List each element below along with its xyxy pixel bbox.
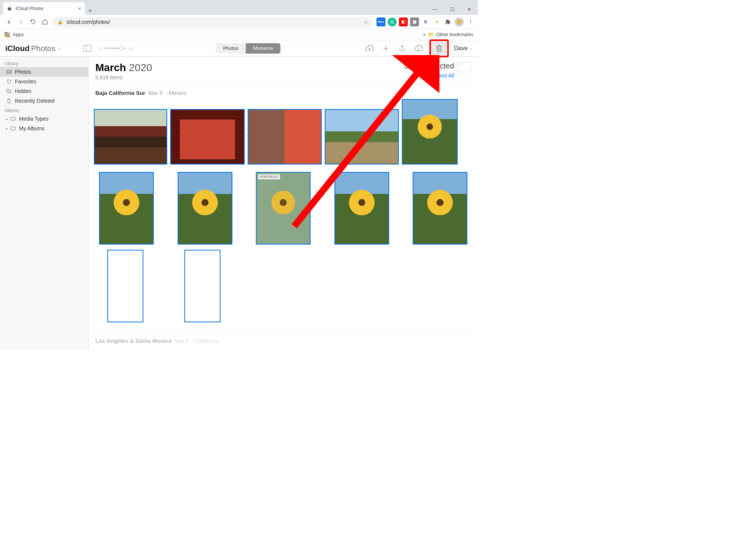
eye-off-icon [6, 88, 12, 94]
browser-tab-strip: iCloud Photos × + — ☐ ✕ [0, 0, 478, 15]
address-bar: 🔒 icloud.com/photos/ ☆ New G ◧ ▦ R ✦ 🙂 ⋮ [0, 15, 478, 29]
window-controls: — ☐ ✕ [426, 4, 478, 15]
sidebar-albums-header: Albums [0, 106, 88, 114]
page-title: March 2020 [95, 62, 152, 74]
disclosure-triangle-icon[interactable]: ▸ [6, 127, 8, 131]
sidebar-item-photos[interactable]: Photos [0, 67, 88, 77]
browser-tab[interactable]: iCloud Photos × [3, 2, 85, 15]
bookmarks-bar: Apps » 📁 Other bookmarks [0, 29, 478, 40]
minimize-button[interactable]: — [426, 4, 444, 15]
document-preview-thumb[interactable]: — — — —— — —— — — — [458, 62, 471, 72]
share-button[interactable] [397, 43, 408, 54]
seg-photos[interactable]: Photos [216, 43, 245, 54]
svg-rect-2 [11, 117, 15, 120]
ext-grey-icon[interactable]: ▦ [410, 17, 419, 26]
close-window-button[interactable]: ✕ [461, 4, 478, 15]
deselect-all-button[interactable]: Deselect All [404, 73, 454, 79]
chevron-down-icon: ⌄ [58, 46, 61, 51]
ext-grammarly-icon[interactable]: G [388, 17, 397, 26]
moment-header: Los Angeles & Santa Monica Mar 6 · Calif… [89, 332, 478, 347]
star-icon[interactable]: ☆ [363, 19, 368, 25]
photo-grid-row: PORTRAIT [89, 172, 478, 250]
url-text: icloud.com/photos/ [67, 19, 110, 25]
photo-screenshot-map[interactable] [184, 250, 220, 322]
selected-count: 5,919 Selected [404, 62, 454, 70]
extension-icons: New G ◧ ▦ R ✦ 🙂 ⋮ [375, 17, 475, 26]
sidebar-item-hidden[interactable]: Hidden [0, 86, 88, 96]
delete-button[interactable] [429, 39, 449, 57]
trash-icon [6, 98, 12, 104]
svg-rect-3 [11, 127, 15, 130]
photos-icon [6, 69, 12, 75]
items-count: 5,919 Items [95, 74, 152, 80]
sidebar-item-media-types[interactable]: ▸ Media Types [0, 114, 88, 124]
zoom-out-icon: ▭ [99, 46, 102, 50]
ext-pocket-icon[interactable]: ◧ [399, 17, 408, 26]
apps-shortcut-icon[interactable] [4, 32, 10, 37]
thumbnail-size-slider[interactable]: ▭ ▭ [99, 46, 133, 51]
sidebar: Library Photos Favorites Hidden Recently… [0, 57, 89, 350]
forward-button[interactable] [15, 16, 27, 28]
extensions-menu-icon[interactable] [444, 17, 452, 26]
photo-grid-row [89, 99, 478, 172]
ext-honey-icon[interactable]: ✦ [432, 17, 441, 26]
app-title[interactable]: iCloud Photos ⌄ [5, 44, 61, 53]
moment-header: Baja California Sur Mar 5 · Mexico [89, 84, 478, 99]
new-tab-button[interactable]: + [85, 7, 95, 15]
photo-sunflower-portrait[interactable]: PORTRAIT [256, 172, 311, 245]
sidebar-toggle-button[interactable] [83, 45, 92, 52]
home-button[interactable] [39, 16, 51, 28]
url-input[interactable]: 🔒 icloud.com/photos/ ☆ [53, 17, 373, 27]
view-segmented-control: Photos Moments [216, 43, 280, 54]
photo-produce[interactable] [94, 109, 167, 165]
portrait-badge: PORTRAIT [258, 174, 280, 179]
photo-brick-door[interactable] [248, 109, 322, 165]
photo-grid-row [89, 250, 478, 330]
content-area: March 2020 5,919 Items 5,919 Selected De… [89, 57, 478, 350]
photo-sunflower-3[interactable] [178, 172, 232, 245]
photo-sunflower-4[interactable] [334, 172, 389, 245]
bookmarks-overflow-icon[interactable]: » [423, 32, 426, 37]
seg-moments[interactable]: Moments [246, 43, 280, 54]
apple-favicon-icon [7, 6, 13, 12]
ext-new-icon[interactable]: New [377, 17, 385, 26]
svg-rect-1 [7, 71, 11, 73]
disclosure-triangle-icon[interactable]: ▸ [6, 117, 8, 121]
back-button[interactable] [3, 16, 15, 28]
reload-button[interactable] [27, 16, 39, 28]
profile-avatar-icon[interactable]: 🙂 [455, 17, 464, 26]
photo-brick-arch[interactable] [170, 109, 245, 165]
zoom-in-icon: ▭ [128, 46, 133, 51]
tab-title: iCloud Photos [16, 6, 44, 11]
sidebar-item-my-albums[interactable]: ▸ My Albums [0, 124, 88, 133]
download-button[interactable] [413, 43, 424, 54]
photo-sunflower-2[interactable] [99, 172, 154, 245]
lock-icon: 🔒 [57, 19, 63, 25]
add-button[interactable] [380, 43, 391, 54]
chevron-down-icon: ⌄ [469, 46, 473, 51]
sidebar-library-header: Library [0, 59, 88, 67]
upload-button[interactable] [364, 43, 375, 54]
sidebar-item-favorites[interactable]: Favorites [0, 77, 88, 86]
album-icon [10, 116, 16, 122]
apps-label[interactable]: Apps [13, 32, 24, 37]
photo-sunflower-5[interactable] [413, 172, 467, 245]
sidebar-item-recently-deleted[interactable]: Recently Deleted [0, 96, 88, 106]
tab-close-icon[interactable]: × [78, 6, 81, 12]
user-menu[interactable]: Dave ⌄ [454, 45, 473, 52]
photo-screenshot-messages[interactable] [107, 250, 143, 322]
heart-icon [6, 79, 12, 84]
icloud-toolbar: iCloud Photos ⌄ ▭ ▭ Photos Moments Dave … [0, 40, 478, 57]
photo-orchard[interactable] [325, 109, 399, 165]
photo-sunflower-1[interactable] [402, 99, 458, 165]
other-bookmarks-label[interactable]: Other bookmarks [436, 32, 473, 37]
folder-icon: 📁 [428, 32, 434, 37]
album-icon [10, 125, 16, 131]
page-header: March 2020 5,919 Items 5,919 Selected De… [89, 57, 478, 84]
maximize-button[interactable]: ☐ [444, 4, 461, 15]
chrome-menu-icon[interactable]: ⋮ [466, 17, 475, 26]
ext-r-icon[interactable]: R [421, 17, 430, 26]
